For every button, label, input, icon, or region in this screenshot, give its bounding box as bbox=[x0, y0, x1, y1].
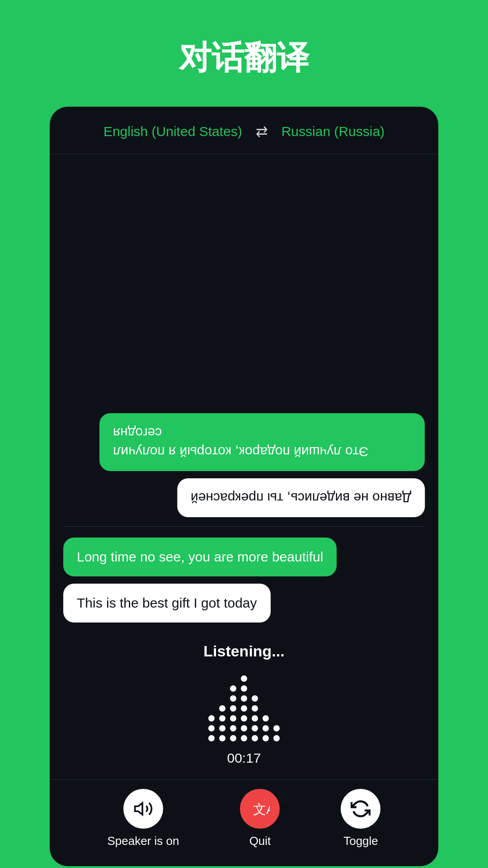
dot bbox=[219, 715, 225, 722]
wave-col-4 bbox=[241, 675, 247, 741]
bottom-controls: Speaker is on 文A Quit Toggle bbox=[50, 779, 438, 866]
dot bbox=[241, 735, 247, 741]
dot bbox=[273, 725, 280, 731]
dot bbox=[230, 685, 236, 692]
wave-col-5 bbox=[252, 695, 258, 741]
toggle-label: Toggle bbox=[343, 834, 378, 848]
quit-control[interactable]: 文A Quit bbox=[240, 789, 280, 848]
speaker-label: Speaker is on bbox=[108, 834, 179, 848]
dot bbox=[208, 715, 215, 722]
dot bbox=[252, 705, 258, 712]
dot bbox=[219, 725, 225, 731]
bubble-normal-white: This is the best gift I got today bbox=[63, 584, 271, 623]
dot bbox=[230, 735, 236, 741]
main-card: English (United States) ⇄ Russian (Russi… bbox=[50, 107, 438, 866]
dot bbox=[230, 715, 236, 722]
bubble-normal-green: Long time no see, you are more beautiful bbox=[63, 538, 337, 576]
bubble-flipped-green: Это лучший подарок, который я получил се… bbox=[99, 413, 425, 471]
chat-area-flipped: Это лучший подарок, который я получил се… bbox=[50, 154, 438, 526]
timer: 00:17 bbox=[227, 750, 261, 766]
quit-button[interactable]: 文A bbox=[240, 789, 280, 829]
source-language[interactable]: English (United States) bbox=[103, 124, 242, 139]
wave-col-2 bbox=[219, 705, 225, 741]
wave-col-1 bbox=[208, 715, 215, 741]
speaker-button[interactable] bbox=[123, 789, 163, 829]
wave-col-7 bbox=[273, 725, 280, 741]
dot bbox=[230, 725, 236, 731]
wave-col-6 bbox=[263, 715, 269, 741]
dot bbox=[252, 725, 258, 731]
dot bbox=[252, 735, 258, 741]
language-bar: English (United States) ⇄ Russian (Russi… bbox=[50, 107, 438, 154]
dot bbox=[241, 715, 247, 722]
dot bbox=[230, 695, 236, 702]
swap-icon[interactable]: ⇄ bbox=[256, 123, 268, 140]
svg-marker-0 bbox=[135, 803, 143, 815]
dot bbox=[208, 725, 215, 731]
dot bbox=[263, 735, 269, 741]
toggle-control[interactable]: Toggle bbox=[341, 789, 380, 848]
wave-col-3 bbox=[230, 685, 236, 741]
dot bbox=[230, 705, 236, 712]
toggle-button[interactable] bbox=[341, 789, 380, 829]
dot bbox=[252, 715, 258, 722]
svg-text:文A: 文A bbox=[253, 802, 270, 816]
dot bbox=[252, 695, 258, 702]
toggle-icon bbox=[351, 799, 371, 819]
dot bbox=[263, 725, 269, 731]
dot bbox=[241, 695, 247, 702]
quit-label: Quit bbox=[249, 834, 271, 848]
bubble-flipped-white: Давно не виделись, ты прекрасней bbox=[177, 478, 425, 517]
target-language[interactable]: Russian (Russia) bbox=[282, 124, 385, 139]
dot bbox=[263, 715, 269, 722]
translate-icon: 文A bbox=[250, 799, 270, 819]
listening-section: Listening... bbox=[50, 633, 438, 779]
dot bbox=[241, 705, 247, 712]
speaker-control[interactable]: Speaker is on bbox=[108, 789, 179, 848]
dot bbox=[241, 725, 247, 731]
dot bbox=[241, 685, 247, 692]
dot bbox=[219, 705, 225, 712]
chat-area-normal: Long time no see, you are more beautiful… bbox=[50, 527, 438, 633]
dot bbox=[208, 735, 215, 741]
app-title: 对话翻译 bbox=[179, 36, 309, 80]
dot bbox=[219, 735, 225, 741]
speaker-icon bbox=[133, 799, 153, 819]
listening-status: Listening... bbox=[203, 642, 284, 660]
dot bbox=[241, 675, 247, 682]
waveform bbox=[208, 669, 280, 741]
dot bbox=[273, 735, 280, 741]
